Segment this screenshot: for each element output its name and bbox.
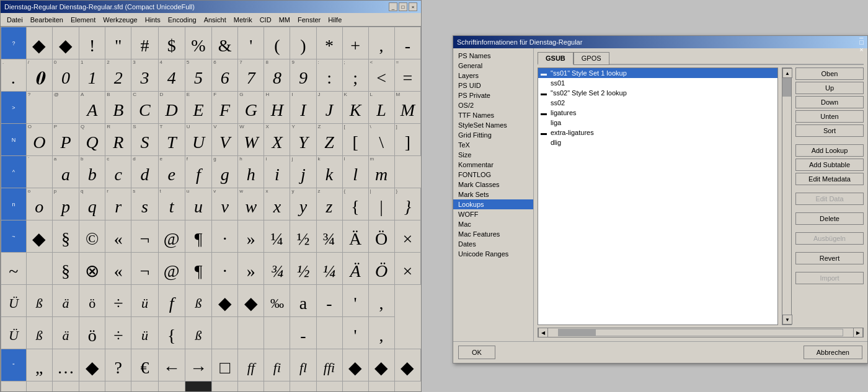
table-cell[interactable]: d: [368, 381, 394, 392]
table-cell[interactable]: ⊗: [79, 253, 105, 285]
button-delete[interactable]: Delete: [795, 212, 864, 225]
table-cell[interactable]: yy: [290, 188, 316, 220]
table-cell[interactable]: Ü: [1, 317, 27, 349]
table-cell[interactable]: ': [238, 27, 264, 59]
table-cell[interactable]: ff: [212, 381, 238, 392]
table-cell[interactable]: ": [105, 27, 131, 59]
table-cell[interactable]: BB: [105, 92, 131, 124]
table-cell[interactable]: zz: [316, 188, 342, 220]
table-cell[interactable]: ·: [212, 220, 238, 253]
table-cell[interactable]: ü: [131, 317, 158, 349]
table-cell[interactable]: 44: [158, 59, 185, 92]
table-cell[interactable]: ö: [79, 285, 105, 317]
table-cell[interactable]: DD: [158, 92, 185, 124]
table-cell[interactable]: ll: [342, 156, 368, 188]
table-cell[interactable]: AA: [79, 92, 105, 124]
table-cell[interactable]: ü: [131, 285, 158, 317]
table-cell[interactable]: 11: [79, 59, 105, 92]
table-cell[interactable]: GG: [238, 92, 264, 124]
table-cell[interactable]: \\: [368, 124, 394, 156]
table-cell[interactable]: II: [290, 92, 316, 124]
table-cell[interactable]: ": [1, 381, 27, 392]
table-cell[interactable]: QQ: [79, 124, 105, 156]
lookup-subtable-dlig[interactable]: dlig: [538, 137, 777, 147]
button-edit-metadata[interactable]: Edit Metadata: [795, 173, 864, 185]
table-cell[interactable]: <<: [368, 59, 394, 92]
table-cell[interactable]: [212, 317, 238, 349]
table-cell[interactable]: +: [342, 27, 368, 59]
table-cell[interactable]: %: [185, 27, 211, 59]
table-cell[interactable]: 77: [238, 59, 264, 92]
lookup-subtable-ss01[interactable]: ss01: [538, 78, 777, 88]
menu-hints[interactable]: Hints: [141, 15, 164, 25]
scroll-down-arrow[interactable]: ▼: [782, 315, 792, 324]
menu-mm[interactable]: MM: [275, 15, 294, 25]
sidebar-item-kommentar[interactable]: Kommentar: [453, 160, 533, 170]
table-cell[interactable]: [26, 253, 52, 285]
table-cell[interactable]: fl: [290, 349, 316, 381]
table-cell[interactable]: »: [238, 220, 264, 253]
sidebar-item-ttf-names[interactable]: TTF Names: [453, 110, 533, 120]
table-cell[interactable]: ←: [158, 349, 185, 381]
table-cell[interactable]: 99: [290, 59, 316, 92]
table-cell[interactable]: ◆: [212, 285, 238, 317]
sidebar-item-os2[interactable]: OS/2: [453, 100, 533, 110]
table-cell[interactable]: 🔳: [185, 381, 211, 392]
sidebar-item-tex[interactable]: TeX: [453, 140, 533, 150]
table-cell[interactable]: €: [105, 381, 131, 392]
table-cell[interactable]: 55: [185, 59, 211, 92]
menu-bearbeiten[interactable]: Bearbeiten: [27, 15, 67, 25]
table-cell[interactable]: -: [394, 27, 420, 59]
table-cell[interactable]: a: [316, 381, 342, 392]
button-unten[interactable]: Unten: [795, 110, 864, 123]
table-cell[interactable]: UU: [185, 124, 211, 156]
menu-ansicht[interactable]: Ansicht: [200, 15, 230, 25]
table-cell[interactable]: a: [290, 285, 316, 317]
table-cell[interactable]: ₂: [79, 381, 105, 392]
table-cell[interactable]: ×: [394, 220, 420, 253]
table-cell[interactable]: @: [158, 253, 185, 285]
table-cell[interactable]: uu: [185, 188, 211, 220]
table-cell[interactable]: fi: [238, 381, 264, 392]
table-cell[interactable]: „: [26, 349, 52, 381]
table-cell[interactable]: →: [185, 349, 211, 381]
table-cell[interactable]: ]]: [394, 124, 420, 156]
table-cell[interactable]: tt: [158, 188, 185, 220]
table-cell[interactable]: ¶: [185, 220, 211, 253]
table-cell[interactable]: $: [158, 27, 185, 59]
scroll-up-arrow[interactable]: ▲: [782, 68, 792, 78]
table-cell[interactable]: Ü: [1, 285, 27, 317]
table-cell[interactable]: CC: [131, 92, 158, 124]
table-cell[interactable]: ä: [52, 285, 79, 317]
table-cell[interactable]: ?: [26, 92, 52, 124]
table-cell[interactable]: ): [290, 27, 316, 59]
table-cell[interactable]: FF: [212, 92, 238, 124]
table-cell[interactable]: ¶: [185, 253, 211, 285]
table-cell[interactable]: MM: [394, 92, 420, 124]
sidebar-item-layers[interactable]: Layers: [453, 71, 533, 81]
table-cell[interactable]: ;;: [342, 59, 368, 92]
table-cell[interactable]: {{: [342, 188, 368, 220]
table-cell[interactable]: ×: [394, 253, 420, 285]
table-cell[interactable]: ii: [264, 156, 290, 188]
table-cell[interactable]: -: [290, 317, 316, 349]
table-cell[interactable]: *: [316, 27, 342, 59]
table-cell[interactable]: 22: [105, 59, 131, 92]
table-cell[interactable]: ==: [394, 59, 420, 92]
sidebar-item-fontlog[interactable]: FONTLOG: [453, 170, 533, 180]
table-cell[interactable]: hh: [238, 156, 264, 188]
table-cell[interactable]: ½: [290, 220, 316, 253]
sidebar-item-mark-sets[interactable]: Mark Sets: [453, 189, 533, 199]
scroll-thumb[interactable]: [782, 78, 791, 315]
table-cell[interactable]: Ä: [342, 220, 368, 253]
table-cell[interactable]: «: [105, 220, 131, 253]
table-cell[interactable]: «: [105, 253, 131, 285]
menu-metrik[interactable]: Metrik: [230, 15, 256, 25]
sidebar-item-general[interactable]: General: [453, 61, 533, 71]
table-cell[interactable]: `: [26, 156, 52, 188]
table-cell[interactable]: →: [158, 381, 185, 392]
menu-werkzeuge[interactable]: Werkzeuge: [99, 15, 141, 25]
table-cell[interactable]: ¼: [316, 253, 342, 285]
sidebar-item-mac-features[interactable]: Mac Features: [453, 229, 533, 239]
table-cell[interactable]: dd: [131, 156, 158, 188]
